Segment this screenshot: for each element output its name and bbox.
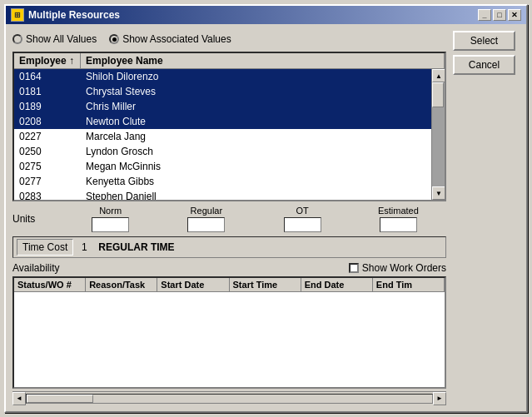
col-employee-name-header: Employee Name: [81, 53, 445, 68]
window-icon: ⊞: [11, 8, 24, 22]
employee-id-cell: 0227: [14, 130, 81, 143]
avail-col-header: Start Date: [157, 278, 229, 291]
list-item[interactable]: 0208Newton Clute: [14, 114, 431, 129]
availability-header: Availability Show Work Orders: [12, 262, 446, 274]
ot-col: OT: [255, 206, 351, 232]
show-work-orders-label: Show Work Orders: [362, 262, 446, 274]
availability-label: Availability: [12, 262, 59, 274]
scroll-track[interactable]: [432, 82, 445, 186]
horizontal-scrollbar[interactable]: ◄ ►: [12, 391, 446, 405]
show-associated-label: Show Associated Values: [122, 33, 231, 45]
time-cost-tab[interactable]: Time Cost: [17, 239, 73, 256]
time-cost-description: REGULAR TIME: [95, 241, 177, 254]
scroll-right-btn[interactable]: ►: [433, 392, 446, 405]
avail-body: [14, 292, 445, 387]
avail-header: Status/WO #Reason/TaskStart DateStart Ti…: [14, 278, 445, 292]
employee-name-cell: Lyndon Grosch: [81, 145, 431, 158]
list-scrollbar[interactable]: ▲ ▼: [431, 69, 445, 200]
title-bar-left: ⊞ Multiple Resources: [11, 8, 120, 22]
regular-header: Regular: [191, 206, 223, 216]
availability-table: Status/WO #Reason/TaskStart DateStart Ti…: [12, 276, 446, 389]
avail-col-header: End Tim: [373, 278, 445, 291]
availability-section: Availability Show Work Orders Status/WO …: [12, 262, 446, 405]
cancel-button[interactable]: Cancel: [453, 55, 515, 75]
main-window: ⊞ Multiple Resources _ □ ✕ Show All Valu…: [4, 4, 528, 413]
estimated-input[interactable]: [380, 217, 417, 232]
list-scroll-area[interactable]: 0164Shiloh Dilorenzo0181Chrystal Steves0…: [14, 69, 431, 200]
employee-name-cell: Stephen Daniell: [81, 190, 431, 200]
list-item[interactable]: 0181Chrystal Steves: [14, 84, 431, 99]
norm-input[interactable]: [92, 217, 129, 232]
time-cost-number: 1: [76, 241, 92, 254]
employee-list[interactable]: Employee ↑ Employee Name 0164Shiloh Dilo…: [12, 52, 446, 201]
title-bar: ⊞ Multiple Resources _ □ ✕: [6, 6, 526, 24]
main-content: Show All Values Show Associated Values E…: [12, 31, 446, 405]
employee-id-cell: 0275: [14, 160, 81, 173]
regular-input[interactable]: [187, 217, 225, 232]
radio-group: Show All Values Show Associated Values: [12, 31, 446, 47]
show-work-orders[interactable]: Show Work Orders: [349, 262, 446, 274]
horiz-thumb[interactable]: [27, 395, 93, 403]
estimated-header: Estimated: [378, 206, 419, 216]
units-section: Units Norm Regular OT: [12, 206, 446, 232]
right-panel: Select Cancel: [453, 31, 520, 405]
employee-id-cell: 0283: [14, 190, 81, 200]
maximize-button[interactable]: □: [493, 9, 506, 21]
units-row: Units Norm Regular OT: [12, 206, 446, 232]
show-work-orders-checkbox[interactable]: [349, 263, 359, 273]
close-button[interactable]: ✕: [508, 9, 521, 21]
employee-id-cell: 0189: [14, 100, 81, 113]
show-associated-radio[interactable]: Show Associated Values: [109, 33, 231, 45]
employee-id-cell: 0181: [14, 85, 81, 98]
employee-id-cell: 0208: [14, 115, 81, 128]
col-employee-header: Employee ↑: [14, 53, 81, 68]
list-item[interactable]: 0227Marcela Jang: [14, 129, 431, 144]
regular-col: Regular: [158, 206, 254, 232]
employee-id-cell: 0164: [14, 70, 81, 83]
list-item[interactable]: 0275Megan McGinnis: [14, 159, 431, 174]
employee-name-cell: Marcela Jang: [81, 130, 431, 143]
window-body: Show All Values Show Associated Values E…: [6, 24, 526, 411]
employee-id-cell: 0250: [14, 145, 81, 158]
employee-name-cell: Chrystal Steves: [81, 85, 431, 98]
employee-name-cell: Kenyetta Gibbs: [81, 175, 431, 188]
employee-name-cell: Newton Clute: [81, 115, 431, 128]
estimated-col: Estimated: [351, 206, 446, 232]
norm-col: Norm: [62, 206, 158, 232]
avail-col-header: Status/WO #: [14, 278, 86, 291]
units-label: Units: [12, 213, 62, 225]
list-item[interactable]: 0277Kenyetta Gibbs: [14, 174, 431, 189]
list-inner: 0164Shiloh Dilorenzo0181Chrystal Steves0…: [14, 69, 445, 200]
window-title: Multiple Resources: [28, 9, 120, 21]
list-item[interactable]: 0250Lyndon Grosch: [14, 144, 431, 159]
ot-header: OT: [296, 206, 308, 216]
list-item[interactable]: 0164Shiloh Dilorenzo: [14, 69, 431, 84]
scroll-left-btn[interactable]: ◄: [12, 392, 26, 405]
avail-col-header: End Date: [301, 278, 373, 291]
scroll-up-arrow[interactable]: ▲: [432, 69, 445, 82]
minimize-button[interactable]: _: [478, 9, 491, 21]
scroll-thumb[interactable]: [432, 82, 444, 107]
avail-col-header: Reason/Task: [86, 278, 157, 291]
list-item[interactable]: 0283Stephen Daniell: [14, 189, 431, 200]
employee-name-cell: Shiloh Dilorenzo: [81, 70, 431, 83]
time-cost-row: Time Cost 1 REGULAR TIME: [12, 236, 446, 258]
ot-input[interactable]: [284, 217, 321, 232]
horiz-track[interactable]: [26, 394, 433, 404]
select-button[interactable]: Select: [453, 31, 515, 51]
show-all-radio-button[interactable]: [12, 34, 22, 44]
list-item[interactable]: 0189Chris Miller: [14, 99, 431, 114]
employee-name-cell: Megan McGinnis: [81, 160, 431, 173]
avail-col-header: Start Time: [230, 278, 301, 291]
show-all-radio[interactable]: Show All Values: [12, 33, 97, 45]
show-all-label: Show All Values: [26, 33, 97, 45]
list-header: Employee ↑ Employee Name: [14, 53, 445, 69]
norm-header: Norm: [99, 206, 122, 216]
show-associated-radio-button[interactable]: [109, 34, 119, 44]
employee-name-cell: Chris Miller: [81, 100, 431, 113]
title-controls: _ □ ✕: [478, 9, 521, 21]
units-inputs: Norm Regular OT Estimated: [62, 206, 446, 232]
scroll-down-arrow[interactable]: ▼: [432, 186, 445, 200]
employee-id-cell: 0277: [14, 175, 81, 188]
